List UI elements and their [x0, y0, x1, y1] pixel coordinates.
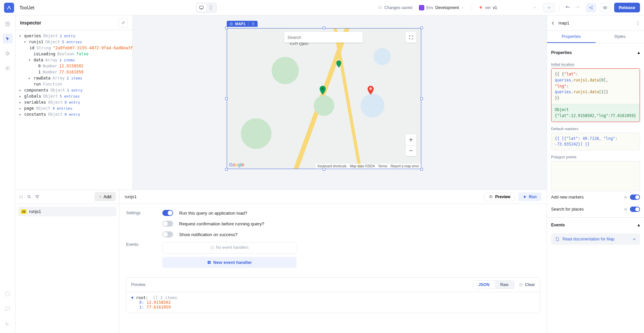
- help-button[interactable]: [3, 289, 13, 299]
- raw-tab[interactable]: Raw: [495, 281, 514, 289]
- add-markers-toggle[interactable]: [630, 195, 640, 200]
- zoom-out-button[interactable]: −: [406, 145, 416, 156]
- search-places-toggle[interactable]: [630, 207, 640, 212]
- release-button[interactable]: Release: [614, 3, 640, 12]
- svg-point-11: [231, 23, 232, 24]
- resize-handle[interactable]: [323, 26, 325, 29]
- svg-point-4: [592, 8, 593, 9]
- svg-point-5: [604, 7, 606, 8]
- add-query-button[interactable]: +Add: [95, 192, 116, 201]
- default-markers-label: Default markers: [551, 127, 640, 131]
- confirm-before-run-toggle[interactable]: [162, 221, 173, 227]
- query-list-item[interactable]: JS runjs1: [18, 207, 116, 216]
- mobile-preview-button[interactable]: [206, 4, 216, 12]
- fx-button[interactable]: fx: [624, 195, 627, 199]
- map-marker-green[interactable]: [319, 86, 326, 95]
- query-preview-panel: Preview JSON Raw Clear ▼ root: []: [126, 277, 540, 313]
- properties-section-header[interactable]: Properties ▴: [551, 47, 640, 58]
- run-on-load-toggle[interactable]: [162, 210, 173, 216]
- initial-location-input[interactable]: {{ {"lat": queries.runjs1.data[0], "lng"…: [551, 68, 640, 122]
- svg-point-16: [490, 196, 491, 197]
- redo-button[interactable]: [575, 5, 580, 10]
- share-icon: [589, 5, 593, 10]
- version-selector[interactable]: ver v1: [476, 4, 539, 11]
- resize-handle[interactable]: [225, 26, 228, 29]
- resize-handle[interactable]: [420, 26, 423, 29]
- collapse-panel-button[interactable]: [19, 195, 23, 199]
- setting-label: Run this query on application load?: [179, 211, 247, 216]
- map-widget[interactable]: MAP1 Bengaluru ಬೆಂಗಳೂರು H: [227, 28, 421, 169]
- events-section-label: Events: [126, 242, 156, 247]
- zoom-in-button[interactable]: +: [406, 134, 416, 145]
- clear-preview-button[interactable]: Clear: [519, 282, 535, 287]
- notify-on-success-toggle[interactable]: [162, 231, 173, 237]
- fullscreen-button[interactable]: [406, 32, 416, 43]
- left-rail: [0, 15, 15, 333]
- inspector-tree[interactable]: ▾queries Object 1 entry ▾runjs1 Object 5…: [15, 30, 132, 120]
- preview-query-button[interactable]: Preview: [484, 192, 515, 201]
- undo-button[interactable]: [565, 5, 570, 10]
- properties-tab[interactable]: Properties: [547, 31, 596, 43]
- resize-handle[interactable]: [323, 168, 325, 171]
- back-button[interactable]: [550, 20, 556, 26]
- json-tab[interactable]: JSON: [473, 281, 495, 289]
- canvas[interactable]: MAP1 Bengaluru ಬೆಂಗಳೂರು H: [133, 15, 547, 189]
- target-icon: [229, 22, 233, 26]
- resize-handle[interactable]: [225, 168, 228, 171]
- new-event-handler-button[interactable]: New event handler: [162, 257, 297, 268]
- chevron-down-icon: [533, 6, 537, 10]
- styles-tab[interactable]: Styles: [596, 31, 644, 43]
- default-markers-input[interactable]: {{ [{"lat": 40.7128, "lng": -73.935242}]…: [551, 133, 640, 151]
- preview-app-button[interactable]: [600, 3, 610, 12]
- component-name[interactable]: map1: [558, 20, 570, 25]
- zoom-controls: + −: [406, 134, 416, 156]
- active-query-name[interactable]: runjs1: [125, 194, 137, 199]
- run-query-button[interactable]: Run: [518, 192, 541, 201]
- undo-redo-group: [565, 5, 580, 10]
- app-name[interactable]: ToolJet: [19, 5, 34, 10]
- chevron-down-icon: [461, 6, 465, 10]
- app-logo[interactable]: [4, 3, 14, 13]
- svg-point-9: [5, 292, 10, 296]
- eye-icon: [489, 195, 493, 199]
- widget-selection-label: MAP1: [227, 21, 258, 27]
- documentation-link[interactable]: Read documentation for Map: [551, 233, 640, 245]
- pages-tab[interactable]: [3, 19, 13, 29]
- desktop-preview-button[interactable]: [197, 4, 206, 12]
- map-tiles[interactable]: [227, 29, 421, 169]
- component-menu-button[interactable]: [635, 20, 641, 26]
- initial-location-label: Initial location: [551, 62, 640, 66]
- search-queries-button[interactable]: [27, 195, 32, 199]
- comments-button[interactable]: [3, 303, 13, 314]
- environment-selector[interactable]: ⬚ Env Development: [416, 4, 468, 12]
- map-poi[interactable]: [336, 60, 341, 68]
- map-search-input[interactable]: [284, 32, 363, 43]
- unpin-button[interactable]: [118, 18, 128, 27]
- query-panel: +Add JS runjs1 runjs1 Preview: [15, 190, 547, 333]
- filter-icon: [35, 195, 40, 199]
- resize-handle[interactable]: [420, 168, 423, 171]
- debugger-tab[interactable]: [3, 48, 13, 58]
- resize-handle[interactable]: [225, 97, 228, 100]
- map-marker-red[interactable]: H: [367, 86, 374, 95]
- filter-queries-button[interactable]: [35, 195, 40, 199]
- svg-rect-6: [6, 22, 9, 25]
- pin-icon: [121, 20, 125, 25]
- settings-tab[interactable]: [3, 63, 13, 73]
- svg-point-12: [322, 88, 324, 90]
- eye-icon: [603, 5, 607, 10]
- add-version-button[interactable]: [543, 3, 555, 12]
- preview-content[interactable]: ▼ root: [] 2 items 0: 12.9158502 1: 77.6…: [126, 292, 540, 313]
- theme-button[interactable]: [3, 318, 13, 328]
- share-button[interactable]: [586, 3, 596, 12]
- close-square-icon: [519, 283, 523, 287]
- resize-handle[interactable]: [420, 97, 423, 100]
- google-logo: Google: [229, 162, 244, 167]
- inspector-tab[interactable]: [3, 34, 13, 44]
- polygon-points-input[interactable]: [551, 161, 640, 191]
- device-preview-group: [196, 3, 217, 13]
- fx-button[interactable]: fx: [624, 207, 627, 211]
- delete-widget-button[interactable]: [251, 22, 255, 26]
- events-section-header[interactable]: Events ▴: [551, 220, 640, 230]
- js-badge-icon: JS: [21, 209, 26, 214]
